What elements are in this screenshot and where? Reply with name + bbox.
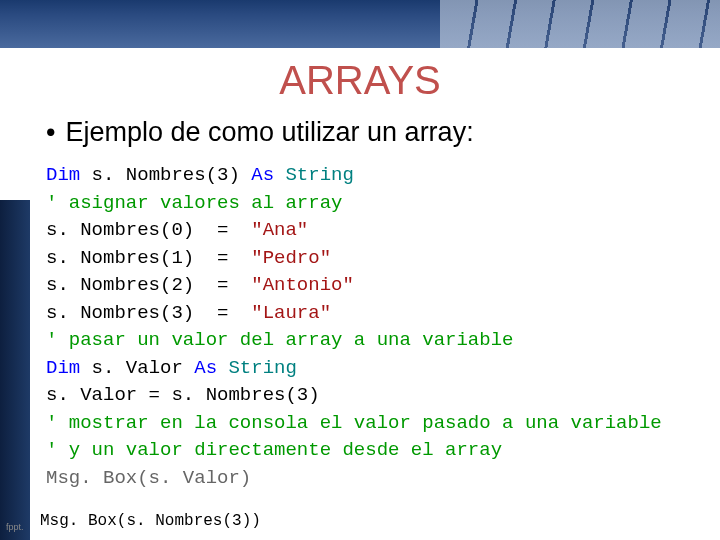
kw-dim: Dim xyxy=(46,164,80,186)
left-accent-bar xyxy=(0,200,30,540)
kw-dim: Dim xyxy=(46,357,80,379)
lhs: s. Nombres(0) = xyxy=(46,219,251,241)
code-line-2: ' asignar valores al array xyxy=(46,190,720,218)
slide-top-banner xyxy=(0,0,720,48)
lhs: s. Nombres(2) = xyxy=(46,274,251,296)
code-line-6: s. Nombres(3) = "Laura" xyxy=(46,300,720,328)
code-line-10: ' mostrar en la consola el valor pasado … xyxy=(46,410,720,438)
rhs: "Pedro" xyxy=(251,247,331,269)
code-line-5: s. Nombres(2) = "Antonio" xyxy=(46,272,720,300)
rhs: "Antonio" xyxy=(251,274,354,296)
last-code-line: Msg. Box(s. Nombres(3)) xyxy=(40,512,261,530)
code-line-8: Dim s. Valor As String xyxy=(46,355,720,383)
type: String xyxy=(285,164,353,186)
lhs: s. Nombres(3) = xyxy=(46,302,251,324)
rhs: "Laura" xyxy=(251,302,331,324)
bullet-text: Ejemplo de como utilizar un array: xyxy=(65,117,473,147)
footer-url: fppt. xyxy=(6,522,24,532)
code-line-1: Dim s. Nombres(3) As String xyxy=(46,162,720,190)
type: String xyxy=(228,357,296,379)
kw-as: As xyxy=(251,164,285,186)
kw-as: As xyxy=(194,357,228,379)
code-line-4: s. Nombres(1) = "Pedro" xyxy=(46,245,720,273)
paren: (3) xyxy=(206,164,252,186)
code-line-3: s. Nombres(0) = "Ana" xyxy=(46,217,720,245)
rhs: "Ana" xyxy=(251,219,308,241)
code-line-7: ' pasar un valor del array a una variabl… xyxy=(46,327,720,355)
bullet-line: •Ejemplo de como utilizar un array: xyxy=(46,117,720,148)
bullet-dot: • xyxy=(46,117,55,148)
code-line-11: ' y un valor directamente desde el array xyxy=(46,437,720,465)
slide-title: ARRAYS xyxy=(0,58,720,103)
code-line-12: Msg. Box(s. Valor) xyxy=(46,465,720,493)
lhs: s. Nombres(1) = xyxy=(46,247,251,269)
code-line-9: s. Valor = s. Nombres(3) xyxy=(46,382,720,410)
code-block: Dim s. Nombres(3) As String ' asignar va… xyxy=(46,162,720,493)
var: s. Nombres xyxy=(80,164,205,186)
var: s. Valor xyxy=(80,357,194,379)
